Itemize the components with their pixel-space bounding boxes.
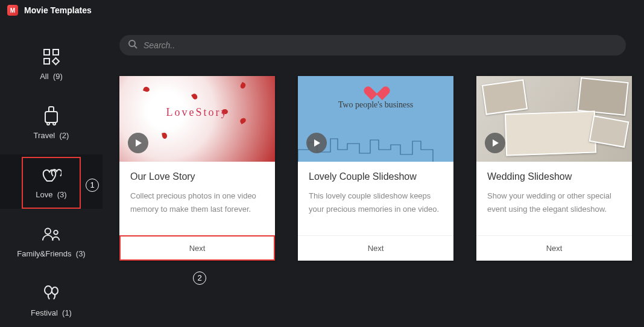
template-title: Our Love Story — [130, 171, 264, 182]
template-card-body: Wedding Slideshow Show your wedding or o… — [476, 162, 632, 235]
main-content: Our Love Story Collect precious photos i… — [103, 21, 644, 327]
app-logo-icon: M — [7, 5, 18, 16]
svg-marker-15 — [493, 139, 499, 147]
sidebar-item-festival[interactable]: Festival (1) — [0, 273, 103, 327]
template-thumbnail — [476, 76, 632, 162]
template-card-body: Lovely Couple Slideshow This lovely coup… — [298, 162, 453, 235]
svg-rect-0 — [44, 49, 49, 55]
search-bar[interactable] — [119, 35, 626, 56]
sidebar-item-label: Family&Friends (3) — [17, 249, 85, 258]
template-description: Collect precious photos in one video mem… — [130, 189, 264, 216]
category-sidebar: All (9) Travel (2) — [0, 21, 103, 327]
svg-line-12 — [134, 46, 137, 48]
next-button[interactable]: Next — [119, 235, 275, 261]
sidebar-item-label: Travel (2) — [34, 131, 69, 140]
next-button[interactable]: Next — [298, 235, 453, 261]
people-icon — [41, 224, 62, 244]
svg-rect-1 — [53, 49, 58, 55]
template-card-wedding-slideshow[interactable]: Wedding Slideshow Show your wedding or o… — [476, 76, 632, 261]
svg-marker-3 — [52, 58, 59, 65]
search-input[interactable] — [144, 40, 617, 50]
search-icon — [128, 39, 137, 51]
play-icon[interactable] — [128, 133, 148, 153]
svg-marker-14 — [314, 139, 320, 147]
template-description: Show your wedding or other special event… — [487, 189, 621, 216]
template-card-our-love-story[interactable]: Our Love Story Collect precious photos i… — [119, 76, 275, 261]
next-button[interactable]: Next — [476, 235, 632, 261]
template-card-body: Our Love Story Collect precious photos i… — [119, 162, 275, 235]
sidebar-item-all[interactable]: All (9) — [0, 36, 103, 90]
svg-point-6 — [53, 122, 55, 125]
annotation-step-2: 2 — [193, 271, 206, 285]
annotation-step-1: 1 — [86, 179, 99, 192]
template-thumbnail — [298, 76, 453, 162]
app-title: Movie Templates — [24, 5, 92, 15]
svg-point-8 — [54, 230, 58, 234]
sidebar-item-travel[interactable]: Travel (2) — [0, 95, 103, 150]
app-header: M Movie Templates — [0, 0, 644, 21]
template-title: Lovely Couple Slideshow — [309, 171, 443, 182]
svg-point-5 — [47, 122, 49, 125]
svg-point-9 — [45, 286, 52, 294]
svg-point-11 — [129, 40, 135, 46]
sidebar-item-family-friends[interactable]: Family&Friends (3) — [0, 214, 103, 268]
template-title: Wedding Slideshow — [487, 171, 621, 182]
hearts-icon — [41, 165, 62, 185]
svg-rect-4 — [45, 112, 57, 122]
svg-rect-2 — [44, 59, 49, 64]
sidebar-item-label: All (9) — [40, 72, 63, 81]
template-thumbnail — [119, 76, 275, 162]
grid-icon — [41, 46, 62, 67]
sidebar-item-label: Festival (1) — [31, 308, 72, 317]
balloons-icon — [41, 283, 62, 303]
suitcase-icon — [41, 106, 62, 126]
svg-point-10 — [52, 287, 58, 294]
template-card-lovely-couple-slideshow[interactable]: Lovely Couple Slideshow This lovely coup… — [298, 76, 453, 261]
sidebar-item-label: Love (3) — [36, 190, 66, 199]
play-icon[interactable] — [306, 133, 327, 153]
template-grid: Our Love Story Collect precious photos i… — [119, 76, 638, 261]
template-description: This lovely couple slideshow keeps your … — [309, 189, 443, 216]
play-icon[interactable] — [485, 133, 505, 153]
svg-point-7 — [45, 228, 51, 233]
svg-marker-13 — [136, 139, 142, 147]
